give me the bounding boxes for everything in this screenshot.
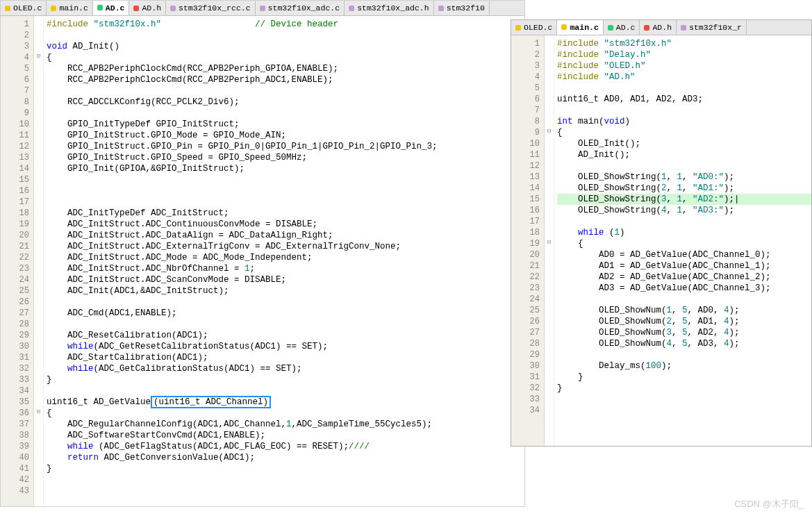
- code-line[interactable]: ADC_InitStruct.ADC_ScanConvMode = DISABL…: [47, 274, 524, 285]
- code-line[interactable]: void AD_Init(): [47, 41, 524, 52]
- fold-marker[interactable]: ⊟: [545, 238, 554, 249]
- code-right[interactable]: #include "stm32f10x.h"#include "Delay.h"…: [554, 35, 811, 446]
- code-line[interactable]: OLED_ShowString(3, 1, "AD2:");|: [557, 194, 811, 205]
- code-line[interactable]: OLED_ShowString(4, 1, "AD3:");: [557, 205, 811, 216]
- code-line[interactable]: {: [557, 127, 811, 138]
- code-line[interactable]: GPIO_InitStruct.GPIO_Speed = GPIO_Speed_…: [47, 152, 524, 163]
- code-line[interactable]: ADC_InitStruct.ADC_DataAlign = ADC_DataA…: [47, 230, 524, 241]
- code-line[interactable]: AD2 = AD_GetValue(ADC_Channel_2);: [557, 272, 811, 283]
- code-line[interactable]: OLED_Init();: [557, 138, 811, 149]
- tab-AD-h[interactable]: AD.h: [640, 20, 677, 35]
- code-line[interactable]: [557, 105, 811, 116]
- code-line[interactable]: [557, 394, 811, 405]
- code-line[interactable]: [557, 216, 811, 227]
- code-line[interactable]: AD3 = AD_GetValue(ADC_Channel_3);: [557, 283, 811, 294]
- code-line[interactable]: ADC_RegularChannelConfig(ADC1,ADC_Channe…: [47, 419, 524, 430]
- tab-AD-c[interactable]: AD.c: [604, 20, 640, 35]
- code-line[interactable]: GPIO_InitStruct.GPIO_Pin = GPIO_Pin_0|GP…: [47, 141, 524, 152]
- code-line[interactable]: {: [557, 238, 811, 249]
- code-line[interactable]: #include "Delay.h": [557, 49, 811, 60]
- code-line[interactable]: Delay_ms(100);: [557, 360, 811, 372]
- code-line[interactable]: [557, 160, 811, 172]
- code-line[interactable]: [557, 349, 811, 360]
- code-line[interactable]: OLED_ShowString(2, 1, "AD1:");: [557, 183, 811, 194]
- code-line[interactable]: GPIO_Init(GPIOA,&GPIO_InitStruct);: [47, 163, 524, 174]
- code-line[interactable]: AD1 = AD_GetValue(ADC_Channel_1);: [557, 260, 811, 272]
- code-line[interactable]: ADC_InitStruct.ADC_Mode = ADC_Mode_Indep…: [47, 252, 524, 263]
- code-line[interactable]: while (ADC_GetFlagStatus(ADC1,ADC_FLAG_E…: [47, 441, 524, 452]
- tab-OLED-c[interactable]: OLED.c: [1, 1, 47, 15]
- code-line[interactable]: }: [557, 383, 811, 394]
- line-number: 4: [511, 72, 540, 83]
- code-line[interactable]: [47, 474, 524, 485]
- code-line[interactable]: OLED_ShowNum(4, 5, AD3, 4);: [557, 338, 811, 349]
- code-line[interactable]: ADC_ResetCalibration(ADC1);: [47, 330, 524, 341]
- code-line[interactable]: ADC_InitStruct.ADC_ContinuousConvMode = …: [47, 219, 524, 230]
- code-line[interactable]: [47, 485, 524, 497]
- tab-OLED-c[interactable]: OLED.c: [511, 20, 557, 35]
- code-line[interactable]: ADC_InitStruct.ADC_ExternalTrigConv = AD…: [47, 241, 524, 252]
- code-line[interactable]: uint16_t AD0, AD1, AD2, AD3;: [557, 94, 811, 105]
- code-line[interactable]: }: [47, 463, 524, 474]
- code-line[interactable]: while (1): [557, 227, 811, 238]
- code-line[interactable]: [47, 197, 524, 208]
- code-line[interactable]: [47, 85, 524, 97]
- code-line[interactable]: [47, 174, 524, 185]
- code-left[interactable]: #include "stm32f10x.h" // Device headerv…: [44, 16, 524, 506]
- code-line[interactable]: [47, 319, 524, 330]
- code-line[interactable]: [47, 385, 524, 397]
- code-line[interactable]: {: [47, 52, 524, 63]
- fold-marker[interactable]: ⊟: [34, 52, 43, 63]
- code-line[interactable]: GPIO_InitTypeDef GPIO_InitStruct;: [47, 119, 524, 130]
- code-line[interactable]: AD_Init();: [557, 149, 811, 160]
- tab-stm32f10x_adc-c[interactable]: stm32f10x_adc.c: [256, 1, 345, 15]
- line-number: 12: [511, 160, 540, 172]
- code-line[interactable]: [47, 108, 524, 119]
- code-line[interactable]: ADC_Cmd(ADC1,ENABLE);: [47, 308, 524, 319]
- tab-stm32f10x_r[interactable]: stm32f10x_r: [677, 20, 747, 35]
- code-line[interactable]: OLED_ShowString(1, 1, "AD0:");: [557, 172, 811, 183]
- tab-main-c[interactable]: main.c: [47, 1, 92, 15]
- code-line[interactable]: int main(void): [557, 116, 811, 127]
- code-line[interactable]: }: [557, 372, 811, 383]
- code-line[interactable]: while(ADC_GetCalibrationStatus(ADC1) == …: [47, 363, 524, 374]
- tab-stm32f10[interactable]: stm32f10: [434, 1, 490, 15]
- code-line[interactable]: OLED_ShowNum(2, 5, AD1, 4);: [557, 316, 811, 327]
- tab-main-c[interactable]: main.c: [557, 20, 603, 35]
- code-line[interactable]: [557, 83, 811, 94]
- tab-AD-h[interactable]: AD.h: [129, 1, 166, 15]
- code-line[interactable]: AD0 = AD_GetValue(ADC_Channel_0);: [557, 249, 811, 260]
- code-line[interactable]: [47, 30, 524, 41]
- code-line[interactable]: ADC_InitTypeDef ADC_InitStruct;: [47, 208, 524, 219]
- code-line[interactable]: [557, 294, 811, 305]
- code-line[interactable]: #include "AD.h": [557, 72, 811, 83]
- code-line[interactable]: {: [47, 408, 524, 419]
- code-line[interactable]: [557, 405, 811, 416]
- code-line[interactable]: return ADC_GetConversionValue(ADC1);: [47, 452, 524, 463]
- code-line[interactable]: RCC_APB2PeriphClockCmd(RCC_APB2Periph_AD…: [47, 74, 524, 85]
- line-number: 28: [511, 338, 540, 349]
- code-line[interactable]: [47, 185, 524, 197]
- fold-marker[interactable]: ⊟: [34, 408, 43, 419]
- code-line[interactable]: while(ADC_GetResetCalibrationStatus(ADC1…: [47, 341, 524, 352]
- code-line[interactable]: ADC_StartCalibration(ADC1);: [47, 352, 524, 363]
- code-line[interactable]: [47, 297, 524, 308]
- code-line[interactable]: #include "stm32f10x.h": [557, 38, 811, 49]
- code-line[interactable]: OLED_ShowNum(3, 5, AD2, 4);: [557, 327, 811, 338]
- fold-marker[interactable]: ⊟: [545, 127, 554, 138]
- tab-stm32f10x_rcc-c[interactable]: stm32f10x_rcc.c: [166, 1, 256, 15]
- code-line[interactable]: #include "OLED.h": [557, 60, 811, 72]
- code-line[interactable]: GPIO_InitStruct.GPIO_Mode = GPIO_Mode_AI…: [47, 130, 524, 141]
- code-line[interactable]: OLED_ShowNum(1, 5, AD0, 4);: [557, 305, 811, 316]
- tab-stm32f10x_adc-h[interactable]: stm32f10x_adc.h: [345, 1, 434, 15]
- code-line[interactable]: #include "stm32f10x.h" // Device header: [47, 19, 524, 30]
- code-line[interactable]: RCC_ADCCLKConfig(RCC_PCLK2_Div6);: [47, 97, 524, 108]
- line-number: 14: [1, 163, 29, 174]
- code-line[interactable]: ADC_InitStruct.ADC_NbrOfChannel = 1;: [47, 263, 524, 274]
- code-line[interactable]: uint16_t AD_GetValue(uint16_t ADC_Channe…: [47, 397, 524, 408]
- code-line[interactable]: ADC_Init(ADC1,&ADC_InitStruct);: [47, 285, 524, 297]
- code-line[interactable]: RCC_APB2PeriphClockCmd(RCC_APB2Periph_GP…: [47, 63, 524, 74]
- code-line[interactable]: }: [47, 374, 524, 385]
- code-line[interactable]: ADC_SoftwareStartConvCmd(ADC1,ENABLE);: [47, 430, 524, 441]
- tab-AD-c[interactable]: AD.c: [93, 1, 130, 16]
